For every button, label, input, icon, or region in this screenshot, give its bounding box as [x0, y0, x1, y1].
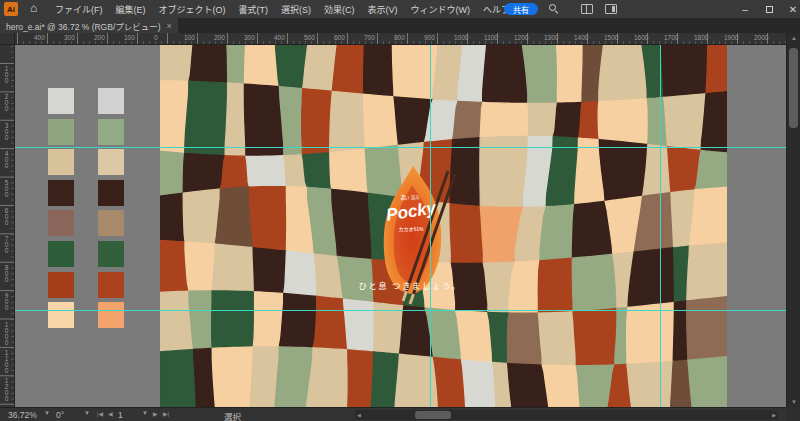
- pattern-cell: [185, 81, 228, 156]
- share-button[interactable]: 共有: [504, 3, 538, 15]
- ruler-corner: [0, 33, 15, 45]
- pattern-cell: [542, 365, 580, 407]
- pattern-cell: [627, 362, 673, 408]
- color-swatch[interactable]: [48, 302, 74, 328]
- menu-item-5[interactable]: 効果(C): [324, 3, 355, 16]
- vertical-ruler[interactable]: 100200300400500600700800900100011001200: [0, 45, 15, 407]
- app-icon[interactable]: Ai: [4, 2, 18, 16]
- close-button[interactable]: ✕: [782, 0, 800, 18]
- color-swatch[interactable]: [48, 210, 74, 236]
- menu-item-3[interactable]: 書式(T): [239, 3, 269, 16]
- hruler-label: 200: [214, 34, 225, 41]
- menu-item-4[interactable]: 選択(S): [281, 3, 311, 16]
- menu-item-2[interactable]: オブジェクト(O): [159, 3, 226, 16]
- vertical-scroll-thumb[interactable]: [789, 48, 798, 128]
- pattern-cell: [246, 156, 286, 187]
- vruler-label: 300: [3, 122, 10, 140]
- canvas-pasteboard[interactable]: 濃い 深み Pocky カカオ61% ひと息 つきましょう。: [15, 45, 786, 407]
- document-tab[interactable]: hero_e.ai* @ 36.72 % (RGB/プレビュー) ×: [0, 18, 178, 33]
- artboard-dropdown-icon[interactable]: ▼: [142, 410, 148, 416]
- menu-item-0[interactable]: ファイル(F): [55, 3, 103, 16]
- pattern-cell: [212, 291, 255, 349]
- hruler-label: 1100: [484, 34, 498, 41]
- pattern-cell: [395, 354, 439, 407]
- next-artboard-icon[interactable]: ▶: [153, 410, 158, 417]
- pattern-cell: [701, 92, 727, 153]
- color-swatch[interactable]: [48, 180, 74, 206]
- pattern-cell: [303, 45, 338, 91]
- illustrator-window: Ai ⌂ ファイル(F)編集(E)オブジェクト(O)書式(T)選択(S)効果(C…: [0, 0, 800, 421]
- pattern-cell: [553, 103, 582, 139]
- pattern-cell: [344, 299, 375, 352]
- scroll-down-icon[interactable]: ▼: [787, 399, 800, 405]
- pattern-cell: [706, 45, 727, 94]
- status-tool-label: 選択: [224, 410, 241, 421]
- pattern-cell: [183, 189, 220, 244]
- pattern-cell: [225, 83, 246, 156]
- menu-item-1[interactable]: 編集(E): [116, 3, 146, 16]
- hruler-label: 1300: [544, 34, 558, 41]
- pattern-cell: [507, 313, 543, 365]
- horizontal-ruler[interactable]: 5004003002001000100200300400500600700800…: [15, 33, 786, 45]
- vruler-label: 400: [3, 150, 10, 168]
- pattern-cell: [364, 45, 395, 97]
- zoom-level[interactable]: 36.72%: [8, 410, 37, 420]
- hruler-label: 900: [424, 34, 435, 41]
- search-icon[interactable]: [549, 4, 558, 13]
- horizontal-guide[interactable]: [15, 310, 786, 311]
- rotation-dropdown-icon[interactable]: ▼: [84, 410, 90, 416]
- vertical-scrollbar[interactable]: ▲ ▼: [786, 33, 800, 407]
- horizontal-scroll-thumb[interactable]: [415, 411, 451, 419]
- horizontal-guide[interactable]: [15, 147, 786, 148]
- scroll-right-icon[interactable]: ▶: [772, 412, 776, 418]
- hruler-label: 0: [154, 34, 158, 41]
- menu-item-6[interactable]: 表示(V): [368, 3, 398, 16]
- color-swatch[interactable]: [98, 180, 124, 206]
- hruler-label: 400: [34, 34, 45, 41]
- vertical-guide[interactable]: [430, 45, 431, 407]
- hruler-label: 400: [274, 34, 285, 41]
- color-swatch[interactable]: [48, 272, 74, 298]
- color-swatch[interactable]: [98, 302, 124, 328]
- zoom-dropdown-icon[interactable]: ▼: [44, 410, 50, 416]
- rotation-angle[interactable]: 0°: [56, 410, 64, 420]
- color-swatch[interactable]: [98, 149, 124, 175]
- minimize-button[interactable]: –: [734, 0, 756, 18]
- artboard-number[interactable]: 1: [118, 410, 123, 420]
- hruler-label: 300: [244, 34, 255, 41]
- color-swatch[interactable]: [98, 241, 124, 267]
- pattern-cell: [160, 291, 193, 352]
- color-swatch[interactable]: [48, 149, 74, 175]
- maximize-button[interactable]: [758, 0, 780, 18]
- last-artboard-icon[interactable]: ▶|: [163, 410, 169, 417]
- color-swatch[interactable]: [98, 88, 124, 114]
- color-swatch[interactable]: [48, 88, 74, 114]
- color-swatch[interactable]: [98, 210, 124, 236]
- tab-close-icon[interactable]: ×: [167, 21, 172, 31]
- horizontal-scrollbar[interactable]: ◀ ▶: [355, 410, 778, 420]
- color-swatch[interactable]: [98, 272, 124, 298]
- hruler-label: 200: [94, 34, 105, 41]
- pattern-cell: [538, 312, 577, 366]
- first-artboard-icon[interactable]: |◀: [97, 410, 103, 417]
- arrange-documents-icon[interactable]: [605, 4, 617, 14]
- color-swatch[interactable]: [98, 119, 124, 145]
- prev-artboard-icon[interactable]: ◀: [108, 410, 113, 417]
- scroll-left-icon[interactable]: ◀: [357, 412, 361, 418]
- pattern-cell: [337, 257, 374, 303]
- pattern-cell: [528, 103, 558, 137]
- vertical-guide[interactable]: [660, 45, 661, 407]
- pattern-cell: [480, 103, 529, 138]
- menu-item-7[interactable]: ウィンドウ(W): [411, 3, 471, 16]
- artboard-artwork[interactable]: 濃い 深み Pocky カカオ61% ひと息 つきましょう。: [160, 45, 727, 407]
- color-swatch[interactable]: [48, 119, 74, 145]
- pattern-cell: [688, 357, 727, 407]
- color-swatch[interactable]: [48, 241, 74, 267]
- pattern-cell: [332, 189, 373, 259]
- vruler-label: 1100: [3, 349, 10, 373]
- workspace-icon[interactable]: [581, 4, 593, 14]
- pattern-cell: [302, 89, 333, 155]
- scroll-up-icon[interactable]: ▲: [787, 35, 800, 41]
- hruler-label: 1600: [634, 34, 648, 41]
- home-icon[interactable]: ⌂: [30, 1, 37, 15]
